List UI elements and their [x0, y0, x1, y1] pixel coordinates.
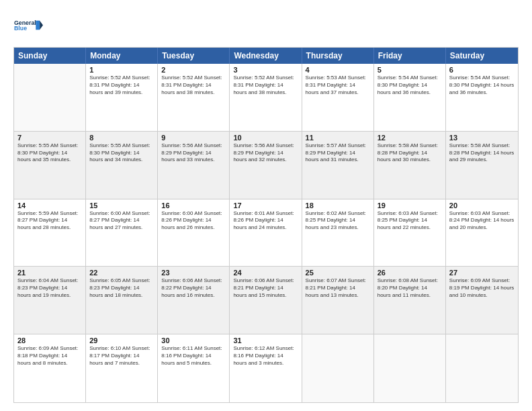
day-info: Sunrise: 5:55 AM Sunset: 8:30 PM Dayligh…: [89, 142, 154, 164]
day-info: Sunrise: 5:55 AM Sunset: 8:30 PM Dayligh…: [17, 142, 82, 164]
day-info: Sunrise: 6:00 AM Sunset: 8:26 PM Dayligh…: [161, 210, 226, 232]
day-number: 12: [378, 134, 442, 142]
day-number: 24: [233, 269, 298, 277]
calendar-cell: 19Sunrise: 6:03 AM Sunset: 8:25 PM Dayli…: [374, 199, 446, 267]
day-info: Sunrise: 5:52 AM Sunset: 8:31 PM Dayligh…: [89, 75, 154, 96]
calendar-cell: 12Sunrise: 5:58 AM Sunset: 8:28 PM Dayli…: [374, 132, 446, 199]
calendar-cell: 25Sunrise: 6:07 AM Sunset: 8:21 PM Dayli…: [302, 267, 374, 334]
day-number: 1: [89, 66, 154, 74]
day-info: Sunrise: 6:02 AM Sunset: 8:25 PM Dayligh…: [306, 210, 370, 232]
day-info: Sunrise: 6:03 AM Sunset: 8:24 PM Dayligh…: [449, 210, 515, 232]
day-number: 31: [233, 336, 298, 345]
day-info: Sunrise: 5:54 AM Sunset: 8:30 PM Dayligh…: [449, 75, 515, 96]
day-number: 23: [161, 269, 226, 277]
calendar-cell: [374, 334, 446, 402]
day-info: Sunrise: 5:57 AM Sunset: 8:29 PM Dayligh…: [306, 142, 370, 164]
day-info: Sunrise: 6:07 AM Sunset: 8:21 PM Dayligh…: [306, 277, 370, 299]
weekday-header: Sunday: [14, 48, 86, 64]
day-info: Sunrise: 5:52 AM Sunset: 8:31 PM Dayligh…: [161, 75, 226, 96]
calendar-cell: 1Sunrise: 5:52 AM Sunset: 8:31 PM Daylig…: [86, 64, 158, 131]
calendar-cell: 24Sunrise: 6:06 AM Sunset: 8:21 PM Dayli…: [230, 267, 302, 334]
weekday-header: Wednesday: [230, 48, 302, 64]
calendar-cell: 7Sunrise: 5:55 AM Sunset: 8:30 PM Daylig…: [14, 132, 86, 199]
day-number: 2: [161, 66, 226, 74]
day-info: Sunrise: 6:11 AM Sunset: 8:16 PM Dayligh…: [161, 345, 226, 367]
day-info: Sunrise: 6:06 AM Sunset: 8:22 PM Dayligh…: [161, 277, 226, 299]
day-number: 20: [449, 201, 515, 210]
day-number: 16: [161, 201, 226, 210]
calendar-cell: 4Sunrise: 5:53 AM Sunset: 8:31 PM Daylig…: [302, 64, 374, 131]
svg-marker-3: [40, 21, 43, 30]
day-number: 8: [89, 134, 154, 142]
day-info: Sunrise: 6:08 AM Sunset: 8:20 PM Dayligh…: [378, 277, 442, 299]
calendar-cell: 21Sunrise: 6:04 AM Sunset: 8:23 PM Dayli…: [14, 267, 86, 334]
day-info: Sunrise: 6:03 AM Sunset: 8:25 PM Dayligh…: [378, 210, 442, 232]
day-info: Sunrise: 6:06 AM Sunset: 8:21 PM Dayligh…: [233, 277, 298, 299]
calendar-cell: 26Sunrise: 6:08 AM Sunset: 8:20 PM Dayli…: [374, 267, 446, 334]
calendar-week: 14Sunrise: 5:59 AM Sunset: 8:27 PM Dayli…: [14, 199, 518, 267]
day-number: 5: [378, 66, 442, 74]
day-number: 27: [449, 269, 515, 277]
day-number: 19: [378, 201, 442, 210]
calendar-header: SundayMondayTuesdayWednesdayThursdayFrid…: [14, 48, 518, 64]
day-number: 28: [17, 336, 82, 345]
calendar-cell: 20Sunrise: 6:03 AM Sunset: 8:24 PM Dayli…: [446, 199, 518, 267]
day-number: 26: [378, 269, 442, 277]
svg-marker-2: [36, 21, 40, 30]
day-info: Sunrise: 5:56 AM Sunset: 8:29 PM Dayligh…: [161, 142, 226, 164]
day-info: Sunrise: 5:54 AM Sunset: 8:30 PM Dayligh…: [378, 75, 442, 96]
calendar: SundayMondayTuesdayWednesdayThursdayFrid…: [13, 47, 519, 403]
day-info: Sunrise: 5:59 AM Sunset: 8:27 PM Dayligh…: [17, 210, 82, 232]
calendar-cell: 9Sunrise: 5:56 AM Sunset: 8:29 PM Daylig…: [158, 132, 230, 199]
calendar-cell: 11Sunrise: 5:57 AM Sunset: 8:29 PM Dayli…: [302, 132, 374, 199]
weekday-header: Thursday: [302, 48, 374, 64]
day-number: 29: [89, 336, 154, 345]
day-number: 25: [306, 269, 370, 277]
day-number: 14: [17, 201, 82, 210]
day-number: 7: [17, 134, 82, 142]
day-info: Sunrise: 5:52 AM Sunset: 8:31 PM Dayligh…: [233, 75, 298, 96]
day-info: Sunrise: 6:01 AM Sunset: 8:26 PM Dayligh…: [233, 210, 298, 232]
weekday-header: Tuesday: [158, 48, 230, 64]
weekday-header: Monday: [86, 48, 158, 64]
calendar-cell: [302, 334, 374, 402]
calendar-week: 1Sunrise: 5:52 AM Sunset: 8:31 PM Daylig…: [14, 64, 518, 132]
header: General Blue: [13, 11, 519, 40]
day-number: 15: [89, 201, 154, 210]
calendar-cell: 3Sunrise: 5:52 AM Sunset: 8:31 PM Daylig…: [230, 64, 302, 131]
calendar-cell: 29Sunrise: 6:10 AM Sunset: 8:17 PM Dayli…: [86, 334, 158, 402]
calendar-body: 1Sunrise: 5:52 AM Sunset: 8:31 PM Daylig…: [14, 64, 518, 402]
calendar-cell: 28Sunrise: 6:09 AM Sunset: 8:18 PM Dayli…: [14, 334, 86, 402]
day-number: 10: [233, 134, 298, 142]
calendar-cell: 16Sunrise: 6:00 AM Sunset: 8:26 PM Dayli…: [158, 199, 230, 267]
calendar-cell: 17Sunrise: 6:01 AM Sunset: 8:26 PM Dayli…: [230, 199, 302, 267]
day-number: 4: [306, 66, 370, 74]
calendar-cell: 10Sunrise: 5:56 AM Sunset: 8:29 PM Dayli…: [230, 132, 302, 199]
day-number: 6: [449, 66, 515, 74]
calendar-cell: 5Sunrise: 5:54 AM Sunset: 8:30 PM Daylig…: [374, 64, 446, 131]
day-number: 18: [306, 201, 370, 210]
weekday-header: Friday: [374, 48, 446, 64]
calendar-cell: 8Sunrise: 5:55 AM Sunset: 8:30 PM Daylig…: [86, 132, 158, 199]
day-number: 30: [161, 336, 226, 345]
day-number: 13: [449, 134, 515, 142]
calendar-cell: 30Sunrise: 6:11 AM Sunset: 8:16 PM Dayli…: [158, 334, 230, 402]
day-info: Sunrise: 5:58 AM Sunset: 8:28 PM Dayligh…: [378, 142, 442, 164]
day-info: Sunrise: 5:58 AM Sunset: 8:28 PM Dayligh…: [449, 142, 515, 164]
day-info: Sunrise: 6:10 AM Sunset: 8:17 PM Dayligh…: [89, 345, 154, 367]
day-info: Sunrise: 6:00 AM Sunset: 8:27 PM Dayligh…: [89, 210, 154, 232]
calendar-cell: 31Sunrise: 6:12 AM Sunset: 8:16 PM Dayli…: [230, 334, 302, 402]
day-number: 11: [306, 134, 370, 142]
day-info: Sunrise: 6:09 AM Sunset: 8:19 PM Dayligh…: [449, 277, 515, 299]
day-number: 17: [233, 201, 298, 210]
calendar-cell: 13Sunrise: 5:58 AM Sunset: 8:28 PM Dayli…: [446, 132, 518, 199]
calendar-cell: 23Sunrise: 6:06 AM Sunset: 8:22 PM Dayli…: [158, 267, 230, 334]
day-info: Sunrise: 6:09 AM Sunset: 8:18 PM Dayligh…: [17, 345, 82, 367]
svg-text:Blue: Blue: [14, 25, 27, 32]
calendar-cell: 2Sunrise: 5:52 AM Sunset: 8:31 PM Daylig…: [158, 64, 230, 131]
calendar-week: 7Sunrise: 5:55 AM Sunset: 8:30 PM Daylig…: [14, 132, 518, 199]
day-info: Sunrise: 5:56 AM Sunset: 8:29 PM Dayligh…: [233, 142, 298, 164]
weekday-header: Saturday: [446, 48, 518, 64]
calendar-cell: 18Sunrise: 6:02 AM Sunset: 8:25 PM Dayli…: [302, 199, 374, 267]
calendar-cell: [446, 334, 518, 402]
